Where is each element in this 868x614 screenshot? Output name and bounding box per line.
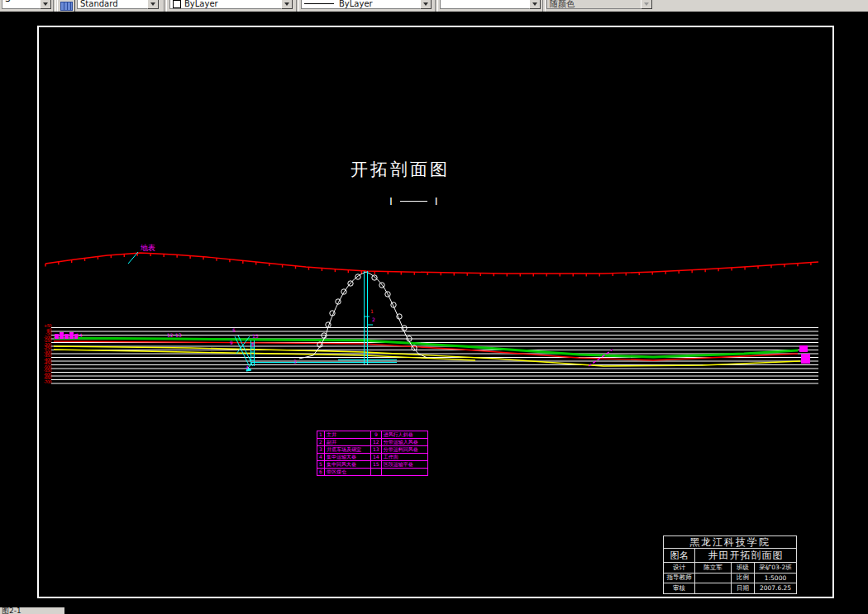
class-value: 采矿03-2班: [754, 563, 796, 573]
callout-number[interactable]: 1: [370, 309, 374, 314]
designer-label: 设计: [664, 563, 694, 573]
drawing-name-value[interactable]: 井田开拓剖面图: [694, 549, 796, 562]
table-grid-icon: [60, 2, 73, 11]
legend-row: 2副井12分带运输入风巷: [317, 439, 428, 446]
legend-label: 主井: [325, 431, 371, 439]
date-value: 2007.6.25: [754, 583, 796, 593]
legend-number: 12: [371, 439, 382, 446]
callout-number[interactable]: 5: [232, 328, 236, 333]
legend-label: 集中回风大巷: [325, 461, 371, 469]
toolbar-separator: [542, 0, 546, 12]
toolbar-separator: [296, 0, 299, 12]
callout-number[interactable]: 15: [252, 334, 259, 339]
style-combo[interactable]: Standard: [77, 0, 160, 11]
section-marker-left: I: [389, 195, 393, 207]
legend-number: 15: [371, 461, 382, 469]
legend-label: 进风行人斜巷: [381, 431, 427, 439]
toolbar-separator: [53, 0, 56, 12]
legend-row: 4集中运输大巷14工作面: [317, 454, 428, 461]
legend-number: 5: [317, 461, 325, 469]
legend-label: 区段运输平巷: [381, 461, 427, 469]
drawing-name-label: 图名: [664, 549, 694, 562]
legend-number: 3: [317, 446, 325, 454]
advisor-value: [694, 574, 731, 583]
color-combo-value: ByLayer: [184, 0, 218, 8]
callout-number[interactable]: 3: [293, 359, 297, 364]
color-combo[interactable]: ByLayer: [169, 0, 293, 11]
legend-label: [381, 469, 427, 476]
elevation-scale: +50±0-50-100-150-200-250-300-350-400-450…: [37, 324, 51, 383]
date-label: 日期: [731, 583, 754, 593]
linetype-combo-value: ByLayer: [339, 0, 373, 8]
status-text-sliver: 图2-1: [0, 607, 64, 614]
legend-row: 6带区煤仓: [317, 469, 428, 476]
class-label: 班级: [731, 563, 754, 573]
legend-number: 13: [371, 446, 382, 454]
legend-label: 集中运输大巷: [325, 454, 371, 461]
lineweight-combo[interactable]: [440, 0, 541, 11]
designer-value: 陈立军: [694, 563, 731, 573]
color-combo-arrow[interactable]: [281, 0, 293, 9]
linetype-combo[interactable]: ByLayer: [301, 0, 432, 11]
seam-end-tag[interactable]: [799, 345, 808, 352]
surface-label[interactable]: 地表: [141, 243, 155, 254]
callout-number[interactable]: 9: [230, 340, 233, 345]
section-marker-right: I: [435, 195, 438, 207]
linetype-combo-arrow[interactable]: [420, 0, 432, 9]
linetype-line-icon: [304, 3, 334, 4]
callout-number[interactable]: 4: [246, 365, 249, 370]
callout-number[interactable]: 14: [76, 333, 83, 338]
legend-number: 1: [317, 431, 325, 439]
section-marker[interactable]: I I: [389, 195, 438, 207]
checker-label: 审核: [664, 583, 694, 593]
lineweight-combo-arrow[interactable]: [529, 0, 541, 9]
legend-label: 副井: [325, 439, 371, 446]
section-marker-line: [400, 201, 427, 202]
status-text: 图2-1: [2, 607, 64, 614]
legend-number: 6: [317, 469, 325, 476]
legend-row: 5集中回风大巷15区段运输平巷: [317, 461, 428, 469]
layer-combo[interactable]: 3: [2, 0, 51, 11]
scale-label: 比例: [731, 574, 754, 583]
checker-value: [694, 583, 731, 593]
institute-name[interactable]: 黑龙江科技学院: [664, 536, 796, 548]
legend-number: [371, 469, 382, 476]
application-window: 3 Standard ByLayer ByLayer: [0, 0, 868, 614]
plotstyle-combo[interactable]: 随颜色: [546, 0, 654, 11]
protective-pillar-curve[interactable]: [299, 272, 427, 359]
plotstyle-combo-value: 随颜色: [550, 0, 575, 10]
scale-value: 1:5000: [754, 574, 796, 583]
toolbar: 3 Standard ByLayer ByLayer: [0, 0, 868, 13]
legend-label: 带区煤仓: [325, 469, 371, 476]
toolbar-separator: [435, 0, 438, 12]
title-block[interactable]: 黑龙江科技学院 图名 井田开拓剖面图 设计 陈立军 班级 采矿03-2班 指导教…: [663, 535, 797, 594]
style-combo-value: Standard: [80, 0, 118, 8]
callout-number[interactable]: 2: [372, 317, 375, 322]
style-combo-arrow[interactable]: [147, 0, 159, 9]
legend-label: 井底车场及硐室: [325, 446, 371, 454]
layer-combo-partial-text: 3: [5, 0, 11, 4]
text-style-button[interactable]: [57, 0, 75, 12]
section-linework[interactable]: [0, 13, 868, 614]
legend-number: 14: [371, 454, 382, 461]
drawing-title[interactable]: 开拓剖面图: [351, 158, 450, 181]
plotstyle-combo-arrow[interactable]: [641, 0, 652, 9]
callout-number[interactable]: 6: [251, 342, 255, 347]
legend-number: 2: [317, 439, 325, 446]
toolbar-separator: [164, 0, 167, 12]
drawing-canvas[interactable]: 开拓剖面图 I I 地表 +50±0-50-100-150-200-250-30…: [0, 13, 868, 614]
legend-number: 4: [317, 454, 325, 461]
legend-label: 工作面: [381, 454, 427, 461]
color-swatch-icon: [173, 0, 181, 8]
advisor-label: 指导教师: [664, 574, 694, 583]
terrain-surface-line[interactable]: [45, 253, 818, 277]
callout-number[interactable]: 13: [175, 333, 182, 338]
callout-number[interactable]: 12: [167, 333, 174, 338]
legend-label: 分带运输入风巷: [381, 439, 427, 446]
layer-combo-arrow[interactable]: [40, 0, 51, 9]
legend-table[interactable]: 1主井9进风行人斜巷2副井12分带运输入风巷3井底车场及硐室13分带运料回风巷4…: [317, 431, 428, 476]
seam-end-tag[interactable]: [801, 354, 810, 364]
legend-row: 1主井9进风行人斜巷: [317, 431, 428, 439]
legend-label: 分带运料回风巷: [381, 446, 427, 454]
legend-row: 3井底车场及硐室13分带运料回风巷: [317, 446, 428, 454]
